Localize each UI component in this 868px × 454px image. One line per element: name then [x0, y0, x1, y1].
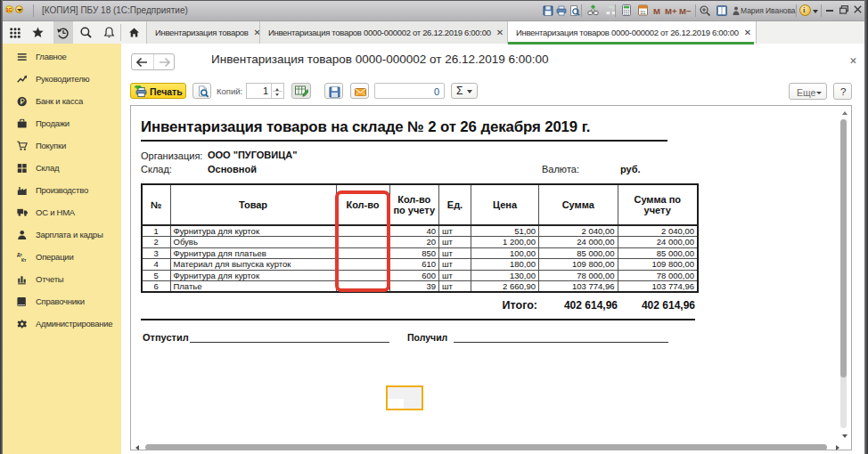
svg-text:Кт: Кт: [21, 257, 27, 262]
svg-text:31: 31: [640, 10, 646, 15]
svg-text:Дт: Дт: [17, 253, 22, 257]
